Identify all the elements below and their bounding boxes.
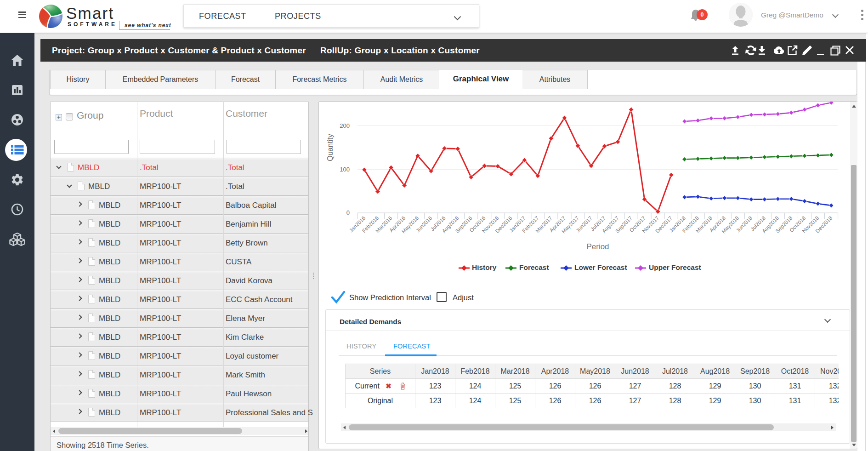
svg-text:Period: Period — [586, 242, 609, 251]
svg-text:Quantity: Quantity — [326, 134, 334, 161]
svg-text:0: 0 — [346, 209, 350, 216]
svg-text:100: 100 — [340, 166, 350, 173]
svg-text:200: 200 — [340, 122, 350, 129]
